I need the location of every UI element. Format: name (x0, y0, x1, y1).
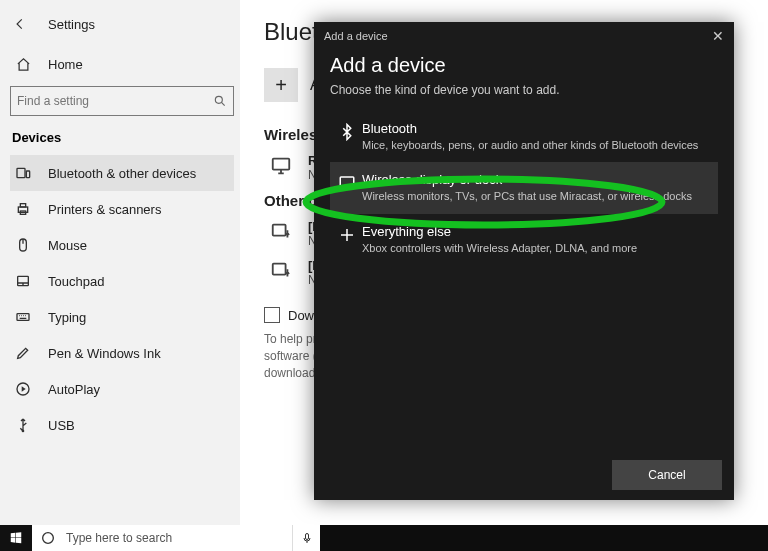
sidebar-item-label: Touchpad (48, 274, 104, 289)
option-title: Wireless display or dock (362, 172, 692, 187)
dialog-sub: Choose the kind of device you want to ad… (330, 83, 718, 97)
svg-rect-4 (20, 204, 25, 207)
option-desc: Xbox controllers with Wireless Adapter, … (362, 241, 637, 255)
cancel-button[interactable]: Cancel (612, 460, 722, 490)
devices-icon (14, 165, 32, 181)
sidebar-item-printers[interactable]: Printers & scanners (10, 191, 234, 227)
svg-rect-11 (273, 159, 290, 170)
home-label: Home (48, 57, 83, 72)
monitor-icon (264, 153, 298, 177)
mouse-icon (14, 237, 32, 253)
sidebar-item-mouse[interactable]: Mouse (10, 227, 234, 263)
dialog-titlebar-text: Add a device (324, 30, 388, 42)
option-wireless-display[interactable]: Wireless display or dock Wireless monito… (330, 162, 718, 213)
option-desc: Wireless monitors, TVs, or PCs that use … (362, 189, 692, 203)
svg-point-10 (22, 430, 23, 431)
autoplay-icon (14, 381, 32, 397)
option-desc: Mice, keyboards, pens, or audio and othe… (362, 138, 698, 152)
add-device-dialog: Add a device ✕ Add a device Choose the k… (314, 22, 734, 500)
taskbar-rest (320, 525, 768, 551)
svg-rect-2 (26, 171, 29, 178)
svg-rect-14 (340, 177, 354, 186)
sidebar-item-typing[interactable]: Typing (10, 299, 234, 335)
mic-icon (301, 531, 313, 545)
plus-icon: + (264, 68, 298, 102)
sidebar-item-label: Typing (48, 310, 86, 325)
taskbar-search[interactable]: Type here to search (32, 525, 292, 551)
find-setting-search[interactable] (10, 86, 234, 116)
usb-icon (14, 417, 32, 433)
svg-rect-12 (273, 225, 286, 236)
mic-button[interactable] (292, 525, 320, 551)
monitor-icon (332, 172, 362, 203)
checkbox-icon (264, 307, 280, 323)
back-icon[interactable] (10, 14, 30, 34)
windows-icon (9, 531, 23, 545)
start-button[interactable] (0, 525, 32, 551)
taskbar-search-placeholder: Type here to search (66, 531, 172, 545)
dialog-heading: Add a device (330, 54, 718, 77)
window-title: Settings (48, 17, 95, 32)
sidebar-item-touchpad[interactable]: Touchpad (10, 263, 234, 299)
svg-rect-17 (305, 534, 308, 540)
svg-rect-8 (17, 314, 29, 321)
sidebar-item-label: AutoPlay (48, 382, 100, 397)
sidebar-item-bluetooth[interactable]: Bluetooth & other devices (10, 155, 234, 191)
touchpad-icon (14, 273, 32, 289)
settings-sidebar: Settings Home Devices Bluetooth & other … (0, 0, 240, 525)
sidebar-item-usb[interactable]: USB (10, 407, 234, 443)
sidebar-item-label: Pen & Windows Ink (48, 346, 161, 361)
pen-icon (14, 345, 32, 361)
svg-point-0 (215, 96, 222, 103)
option-bluetooth[interactable]: Bluetooth Mice, keyboards, pens, or audi… (330, 111, 718, 162)
cortana-icon (40, 530, 56, 546)
sidebar-item-label: Bluetooth & other devices (48, 166, 196, 181)
option-title: Everything else (362, 224, 637, 239)
svg-rect-1 (17, 168, 25, 177)
sidebar-item-autoplay[interactable]: AutoPlay (10, 371, 234, 407)
sidebar-item-pen[interactable]: Pen & Windows Ink (10, 335, 234, 371)
sidebar-item-label: Mouse (48, 238, 87, 253)
close-icon[interactable]: ✕ (712, 28, 724, 44)
media-device-icon (264, 258, 298, 282)
keyboard-icon (14, 309, 32, 325)
home-link[interactable]: Home (10, 52, 234, 76)
taskbar: Type here to search (0, 525, 768, 551)
home-icon (14, 57, 32, 72)
svg-rect-13 (273, 264, 286, 275)
bluetooth-icon (332, 121, 362, 152)
search-input[interactable] (17, 94, 213, 108)
svg-point-16 (43, 533, 54, 544)
section-title: Devices (12, 130, 234, 145)
plus-icon (332, 224, 362, 255)
sidebar-item-label: USB (48, 418, 75, 433)
option-everything-else[interactable]: Everything else Xbox controllers with Wi… (330, 214, 718, 265)
search-icon (213, 94, 227, 108)
printer-icon (14, 201, 32, 217)
media-device-icon (264, 219, 298, 243)
sidebar-item-label: Printers & scanners (48, 202, 161, 217)
option-title: Bluetooth (362, 121, 698, 136)
